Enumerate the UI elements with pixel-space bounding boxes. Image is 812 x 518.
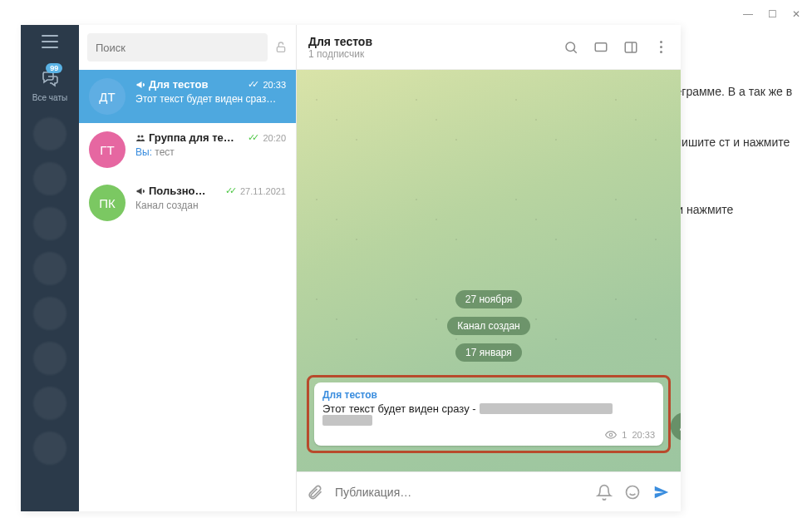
rail-blur-item xyxy=(33,387,66,420)
forward-button[interactable] xyxy=(671,412,681,441)
menu-button[interactable] xyxy=(42,35,58,48)
chat-preview: Канал создан xyxy=(135,200,286,211)
views-icon xyxy=(605,429,617,441)
svg-point-6 xyxy=(610,433,613,437)
chat-time: 27.11.2021 xyxy=(240,186,286,196)
date-pill: 27 ноября xyxy=(455,290,522,308)
chat-time: 20:20 xyxy=(263,133,286,143)
window-maximize[interactable]: ☐ xyxy=(765,7,780,22)
message-sender: Для тестов xyxy=(322,389,655,401)
all-chats-label: Все чаты xyxy=(32,93,67,102)
unread-badge: 99 xyxy=(46,63,62,73)
conversation-body[interactable]: 27 ноября Канал создан 17 января Для тес… xyxy=(297,70,681,511)
window-controls: — ☐ ✕ xyxy=(740,7,804,22)
kebab-icon xyxy=(660,41,662,53)
chat-item-dlya-testov[interactable]: ДТ Для тестов ✓✓ 20:33 Этот текст будет … xyxy=(79,70,296,123)
attach-button[interactable] xyxy=(307,484,323,501)
lock-icon[interactable] xyxy=(274,41,288,54)
discussion-button[interactable] xyxy=(593,39,609,56)
chat-name: Пользно… xyxy=(149,185,222,197)
spoiler-hidden-text[interactable] xyxy=(322,415,372,426)
left-rail: 99 Все чаты xyxy=(21,25,79,511)
chat-item-gruppa[interactable]: ГТ Группа для те… ✓✓ 20:20 Вы: тест xyxy=(79,123,296,176)
message-composer xyxy=(297,471,681,511)
chat-item-polzno[interactable]: ПК Пользно… ✓✓ 27.11.2021 Канал создан xyxy=(79,176,296,229)
message-time: 20:33 xyxy=(632,430,655,440)
read-checks-icon: ✓✓ xyxy=(248,132,256,143)
highlighted-message-frame: Для тестов Этот текст будет виден сразу … xyxy=(307,375,671,453)
read-checks-icon: ✓✓ xyxy=(248,79,256,90)
svg-rect-4 xyxy=(595,42,607,51)
group-icon xyxy=(135,133,145,143)
chat-preview: Вы: тест xyxy=(135,146,286,158)
more-menu-button[interactable] xyxy=(652,39,669,56)
message-meta: 1 20:33 xyxy=(322,429,655,441)
chat-name: Для тестов xyxy=(149,78,244,91)
conversation-title: Для тестов xyxy=(308,35,549,48)
spoiler-hidden-text[interactable] xyxy=(480,403,613,414)
avatar: ДТ xyxy=(89,78,125,115)
chat-preview: Этот текст будет виден сраз… xyxy=(135,93,286,105)
rail-blur-item xyxy=(33,342,66,375)
date-pill: 17 января xyxy=(455,343,522,362)
composer-input[interactable] xyxy=(335,486,584,499)
rail-blur-item xyxy=(33,432,66,465)
svg-point-7 xyxy=(627,486,639,498)
avatar: ПК xyxy=(89,185,125,221)
avatar: ГТ xyxy=(89,131,125,168)
search-input[interactable] xyxy=(96,42,259,54)
svg-rect-5 xyxy=(625,42,637,52)
message-bubble[interactable]: Для тестов Этот текст будет виден сразу … xyxy=(314,382,663,446)
rail-blur-item xyxy=(33,117,66,150)
message-text: Этот текст будет виден сразу - xyxy=(322,402,655,415)
search-input-wrap[interactable] xyxy=(87,33,268,62)
all-chats-tab[interactable]: 99 Все чаты xyxy=(32,68,67,102)
svg-point-2 xyxy=(141,135,144,137)
read-checks-icon: ✓✓ xyxy=(225,185,234,196)
telegram-app: 99 Все чаты xyxy=(21,25,681,511)
rail-blur-item xyxy=(33,207,66,240)
conversation-title-wrap[interactable]: Для тестов 1 подписчик xyxy=(308,35,549,60)
svg-point-3 xyxy=(566,42,575,52)
search-row xyxy=(79,25,296,70)
search-in-chat-button[interactable] xyxy=(563,39,579,56)
chat-name: Группа для те… xyxy=(149,131,244,144)
rail-blur-item xyxy=(33,252,66,285)
megaphone-icon xyxy=(135,186,145,196)
message-views: 1 xyxy=(622,430,627,440)
chat-time: 20:33 xyxy=(263,80,286,90)
share-arrow-icon xyxy=(678,420,681,433)
conversation-pane: Для тестов 1 подписчик 27 ноября К xyxy=(297,25,681,511)
conversation-header: Для тестов 1 подписчик xyxy=(297,25,681,70)
window-close[interactable]: ✕ xyxy=(789,7,804,22)
send-button[interactable] xyxy=(652,483,671,501)
emoji-button[interactable] xyxy=(624,484,641,501)
service-message: Канал создан xyxy=(447,317,530,335)
svg-point-1 xyxy=(138,135,140,137)
chat-list: ДТ Для тестов ✓✓ 20:33 Этот текст будет … xyxy=(79,25,297,511)
svg-rect-0 xyxy=(277,47,284,52)
window-minimize[interactable]: — xyxy=(740,7,756,22)
rail-blur-item xyxy=(33,297,66,330)
rail-blur-item xyxy=(33,162,66,195)
conversation-subtitle: 1 подписчик xyxy=(308,48,549,60)
sidebar-toggle-button[interactable] xyxy=(623,39,639,56)
notify-toggle-button[interactable] xyxy=(596,484,613,501)
megaphone-icon xyxy=(135,80,145,90)
